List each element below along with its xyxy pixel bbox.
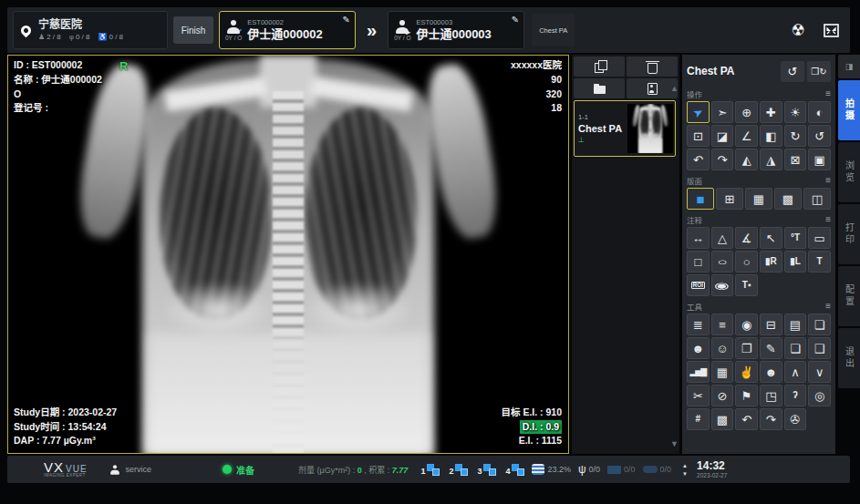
tab-review[interactable]: 浏览 [838,142,860,202]
cd-burn-tool[interactable]: ◉ [735,314,758,335]
layout-split[interactable]: ◫ [803,188,831,210]
reprocess-button[interactable]: ❐↻ [807,61,831,82]
section-menu-icon[interactable]: ≡ [825,88,831,98]
edit-patient-icon[interactable]: ✎ [512,15,519,25]
magnify-region-tool[interactable]: ⊡ [687,125,710,147]
reset-view-tool[interactable]: ◎ [808,385,831,406]
brightness-tool[interactable]: ☀ [784,101,807,123]
tab-exit[interactable]: 退出 [838,328,860,388]
detector-indicator[interactable]: 2 [449,464,468,476]
window-level-tool[interactable]: ◪ [711,125,734,147]
arrow-annotation-tool[interactable]: ↖ [760,227,782,249]
grid-show-tool[interactable]: # [687,408,710,430]
thumbnail-item[interactable]: 1-1 Chest PA ⊥ [574,100,676,157]
text-marker-tool[interactable]: °T [784,227,807,249]
layout-2x2[interactable]: ⊞ [716,188,743,210]
marker-r-tool[interactable]: ▮R [760,251,782,273]
radiation-button[interactable]: ☢ [784,17,812,43]
reset-image-button[interactable]: ↺ [781,61,804,82]
detector-indicator[interactable]: 1 [420,464,440,476]
roi-tool[interactable]: ROI [687,274,710,296]
caliper-tool[interactable]: ∠ [735,125,758,147]
detector-indicator[interactable]: 4 [505,464,524,476]
rotate-cw-tool[interactable]: ↻ [784,125,807,147]
person-box-tool[interactable]: ☻ [760,361,782,383]
copy-image-button[interactable] [574,57,625,77]
marker-l-tool[interactable]: ▮L [784,251,807,273]
patient-edit-tool[interactable]: ☻ [687,337,710,359]
worklist-tool[interactable]: ≡ [711,314,734,335]
media-tool[interactable]: ✇ [784,408,807,430]
quick-pointer-tool[interactable]: ➣ [711,101,734,123]
free-rotate-tool[interactable]: ↶ [687,149,710,170]
edit-patient-icon[interactable]: ✎ [343,15,350,25]
patient-info-tool[interactable]: ☺ [711,337,734,359]
grid-dense-tool[interactable]: ▩ [711,408,734,430]
edit-tool[interactable]: ✎ [760,337,782,359]
hook-tool[interactable]: ʔ [784,385,807,406]
histogram-tool[interactable]: ▂▅▇ [687,361,710,383]
redo-tool[interactable]: ↷ [760,408,782,430]
tab-print[interactable]: 打印 [838,204,860,264]
film-print-tool[interactable]: ▤ [784,314,807,335]
step-down-icon[interactable]: ▼ [682,471,688,477]
print-tool[interactable]: ⊟ [760,314,782,335]
ellipse-annotation-tool[interactable]: ○ [711,251,734,273]
tab-settings[interactable]: 配置 [838,266,860,326]
copy-study-tool[interactable]: ❐ [735,337,758,359]
move-study-tool[interactable]: ❏ [784,337,807,359]
stitch-tool[interactable]: ✂ [687,385,710,406]
tab-acquire[interactable]: 拍摄 [838,80,860,140]
copy-image-tool[interactable]: ❏ [808,314,831,335]
resize-tool[interactable]: ◳ [760,385,782,406]
flip-horizontal-tool[interactable]: ◭ [735,149,758,170]
rectangle-flat-tool[interactable]: ▭ [808,227,831,249]
section-menu-icon[interactable]: ≡ [825,301,831,311]
text-annotation-tool[interactable]: T [808,251,831,273]
undo-tool[interactable]: ↶ [735,408,758,430]
scroll-down-icon[interactable]: ▼ [670,439,679,448]
layout-3x3[interactable]: ▦ [745,188,772,210]
open-folder-button[interactable] [574,78,625,98]
next-patient-button[interactable]: » [361,20,382,41]
hide-annotations-tool[interactable]: ◉ [711,274,734,296]
delete-image-button[interactable] [627,57,678,77]
protocol-chip[interactable]: Chest PA [532,14,575,46]
rotate-180-tool[interactable]: ↷ [711,149,734,170]
room-card[interactable]: 宁慈医院 ♟2 / 8φ0 / 8♿0 / 8 [13,11,168,49]
fullscreen-button[interactable] [817,17,844,43]
text-box-tool[interactable]: T▪ [735,274,758,296]
protractor-tool[interactable]: ∡ [735,227,758,249]
step-up-icon[interactable]: ▲ [682,463,688,468]
send-worklist-tool[interactable]: ≣ [687,314,710,335]
tag-tool[interactable]: ⚑ [735,385,758,406]
contrast-tool[interactable]: ◐ [808,101,831,123]
collapse-down-tool[interactable]: ∨ [808,361,831,383]
square-annotation-tool[interactable]: □ [687,251,710,273]
collapse-panel-button[interactable]: ◨ [838,55,860,78]
current-patient-card[interactable]: ✔ 0Y / O EST000002 伊士通000002 ✎ [219,11,356,49]
measure-angle-tool[interactable]: △ [711,227,734,249]
image-viewport[interactable]: R ID : EST000002名称 : 伊士通000002O登记号 : xxx… [7,55,569,454]
flip-vertical-tool[interactable]: ◮ [760,149,782,170]
finish-button[interactable]: Finish [173,16,213,44]
invert-tool[interactable]: ◧ [760,125,782,147]
pan-tool[interactable]: ✚ [760,101,782,123]
fit-image-tool[interactable]: ⊠ [784,149,807,170]
layout-1x1[interactable]: ■ [687,188,714,210]
zoom-tool[interactable]: ⊕ [735,101,758,123]
section-menu-icon[interactable]: ≡ [825,214,831,224]
pointer-tool[interactable]: ➤ [687,101,710,123]
next-patient-card[interactable]: ▸ 0Y / O EST000003 伊士通000003 ✎ [388,11,524,49]
rotate-ccw-tool[interactable]: ↺ [808,125,831,147]
measure-length-tool[interactable]: ↔ [687,227,710,249]
protocol-image-tool[interactable]: ▣ [808,149,831,170]
scroll-up-icon[interactable]: ▲ [670,84,679,93]
section-menu-icon[interactable]: ≡ [825,175,831,185]
circle-annotation-tool[interactable]: ○ [735,251,758,273]
detector-indicator[interactable]: 3 [477,464,496,476]
merge-study-tool[interactable]: ❑ [808,337,831,359]
service-user[interactable]: service [108,463,152,477]
hand-tool[interactable]: ✌ [735,361,758,383]
layout-custom[interactable]: ▩ [774,188,802,210]
